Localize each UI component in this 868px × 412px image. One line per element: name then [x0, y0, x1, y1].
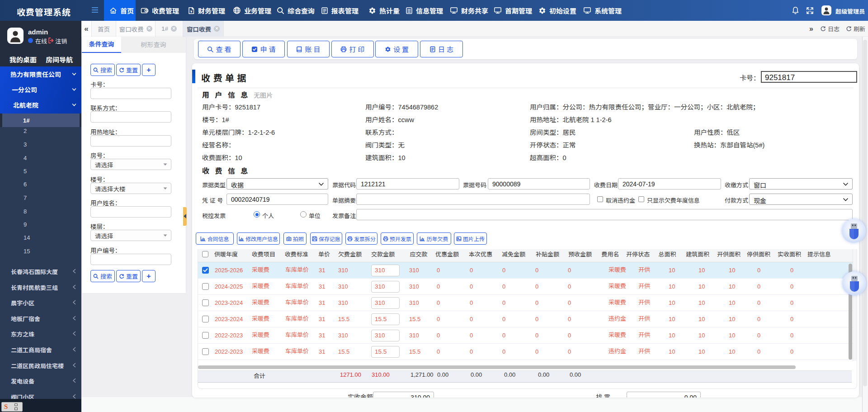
svg-text:¥: ¥	[190, 9, 193, 13]
